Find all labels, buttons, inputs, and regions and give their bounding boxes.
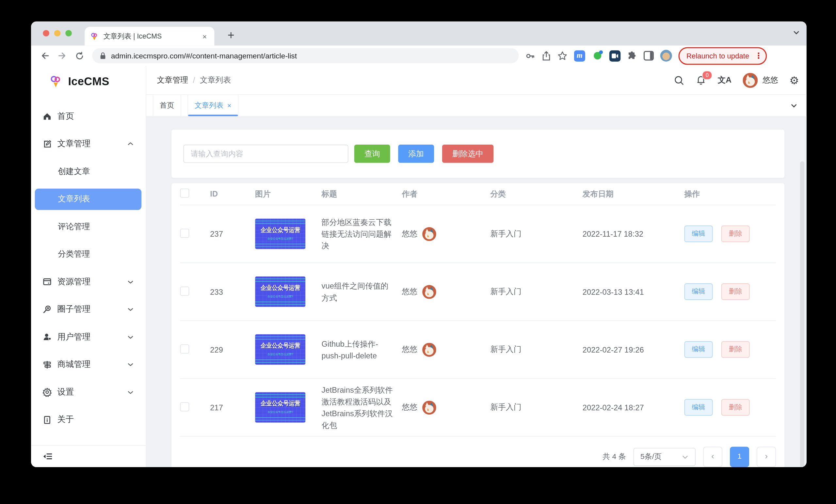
password-key-icon[interactable] bbox=[525, 51, 535, 61]
browser-tab[interactable]: 文章列表 | IceCMS × bbox=[84, 27, 214, 45]
side-panel-icon[interactable] bbox=[644, 51, 654, 61]
breadcrumb-last: 文章列表 bbox=[200, 75, 231, 85]
browser-profile-avatar[interactable] bbox=[660, 50, 672, 62]
cell-title[interactable]: Github上传操作-push-pull-delete bbox=[322, 338, 402, 361]
icecream-logo-icon bbox=[49, 74, 63, 89]
edit-button[interactable]: 编辑 bbox=[684, 283, 713, 300]
tag-home[interactable]: 首页 bbox=[153, 95, 181, 116]
extensions-puzzle-icon[interactable] bbox=[627, 51, 637, 61]
table-row: 237 企业公众号运营 企业公众号怎么运营? 部分地区蓝奏云下载链接无法访问问题… bbox=[180, 205, 776, 263]
prev-page-button[interactable]: ‹ bbox=[703, 447, 722, 467]
row-checkbox[interactable] bbox=[180, 229, 189, 238]
query-button[interactable]: 查询 bbox=[354, 144, 390, 163]
cell-title[interactable]: 部分地区蓝奏云下载链接无法访问问题解决 bbox=[322, 216, 402, 251]
resource-icon bbox=[42, 277, 52, 287]
sidebar-item-label: 资源管理 bbox=[57, 276, 127, 287]
search-icon[interactable] bbox=[674, 75, 684, 85]
cell-title[interactable]: vue组件之间传值的方式 bbox=[322, 280, 402, 303]
extension-medium-icon[interactable]: m bbox=[574, 50, 585, 61]
sidebar-item-label: 关于 bbox=[57, 414, 146, 425]
edit-button[interactable]: 编辑 bbox=[684, 226, 713, 242]
edit-button[interactable]: 编辑 bbox=[684, 341, 713, 358]
article-thumbnail[interactable]: 企业公众号运营 企业公众号怎么运营? bbox=[255, 334, 305, 365]
sidebar-item-comment-management[interactable]: 评论管理 bbox=[31, 215, 146, 238]
zoom-window-button[interactable] bbox=[65, 30, 72, 37]
bookmark-star-icon[interactable] bbox=[557, 51, 568, 61]
sidebar-item-article-management[interactable]: 文章管理 bbox=[31, 132, 146, 156]
chevron-down-icon bbox=[127, 306, 134, 313]
cell-category: 新手入门 bbox=[491, 402, 583, 412]
sidebar-item-mall-management[interactable]: 商城管理 bbox=[31, 353, 146, 376]
column-actions: 操作 bbox=[684, 189, 776, 199]
share-icon[interactable] bbox=[542, 51, 551, 61]
app-logo[interactable]: IceCMS bbox=[31, 66, 146, 97]
article-thumbnail[interactable]: 企业公众号运营 企业公众号怎么运营? bbox=[255, 219, 305, 249]
notification-bell-icon[interactable]: 0 bbox=[696, 74, 706, 85]
article-thumbnail[interactable]: 企业公众号运营 企业公众号怎么运营? bbox=[255, 276, 305, 307]
sidebar-item-article-list[interactable]: 文章列表 bbox=[35, 188, 142, 210]
relaunch-to-update-button[interactable]: Relaunch to update ⋮ bbox=[679, 47, 767, 65]
back-icon[interactable] bbox=[38, 49, 52, 63]
language-translate-icon[interactable]: 文A bbox=[718, 75, 732, 85]
delete-selected-button[interactable]: 删除选中 bbox=[442, 144, 494, 163]
row-checkbox[interactable] bbox=[180, 402, 189, 411]
tab-title: 文章列表 | IceCMS bbox=[103, 31, 201, 41]
settings-gear-icon[interactable]: ⚙ bbox=[789, 75, 799, 85]
breadcrumb-first[interactable]: 文章管理 bbox=[157, 75, 188, 85]
sidebar-item-category-management[interactable]: 分类管理 bbox=[31, 243, 146, 266]
sidebar-item-about[interactable]: 关于 bbox=[31, 408, 146, 431]
tab-search-chevron-icon[interactable] bbox=[793, 29, 800, 37]
edit-button[interactable]: 编辑 bbox=[684, 399, 713, 416]
tag-close-icon[interactable]: × bbox=[227, 101, 231, 110]
tag-article-list[interactable]: 文章列表 × bbox=[187, 95, 238, 116]
select-all-checkbox[interactable] bbox=[180, 189, 189, 198]
delete-button[interactable]: 删除 bbox=[721, 341, 750, 358]
row-checkbox[interactable] bbox=[180, 286, 189, 295]
delete-button[interactable]: 删除 bbox=[721, 283, 750, 300]
extension-camera-icon[interactable] bbox=[609, 50, 621, 61]
user-menu[interactable]: 悠悠 bbox=[743, 73, 778, 88]
sidebar-item-circle-management[interactable]: 圈子管理 bbox=[31, 298, 146, 321]
thumbnail-title: 企业公众号运营 bbox=[260, 343, 300, 349]
browser-menu-icon[interactable]: ⋮ bbox=[755, 51, 763, 61]
sidebar-item-settings[interactable]: 设置 bbox=[31, 380, 146, 404]
cell-author: 悠悠 bbox=[402, 344, 418, 354]
browser-url-bar: admin.icecmspro.com/#/content-management… bbox=[31, 45, 806, 65]
page-size-value: 5条/页 bbox=[640, 452, 662, 462]
circle-icon bbox=[42, 305, 52, 314]
page-size-select[interactable]: 5条/页 bbox=[633, 448, 696, 466]
page-1-button[interactable]: 1 bbox=[730, 447, 749, 467]
relaunch-label: Relaunch to update bbox=[686, 52, 749, 60]
thumbnail-title: 企业公众号运营 bbox=[260, 227, 300, 233]
article-thumbnail[interactable]: 企业公众号运营 企业公众号怎么运营? bbox=[255, 392, 305, 423]
delete-button[interactable]: 删除 bbox=[721, 226, 750, 242]
username: 悠悠 bbox=[762, 75, 778, 85]
search-input[interactable] bbox=[183, 144, 348, 163]
reload-icon[interactable] bbox=[73, 49, 87, 63]
forward-icon[interactable] bbox=[55, 49, 69, 63]
sidebar-item-create-article[interactable]: 创建文章 bbox=[31, 160, 146, 183]
tags-chevron-down-icon[interactable] bbox=[790, 101, 798, 110]
tab-close-icon[interactable]: × bbox=[200, 32, 209, 40]
scrollbar[interactable] bbox=[800, 161, 804, 467]
new-tab-button[interactable]: + bbox=[223, 27, 239, 43]
cell-date: 2022-03-13 13:41 bbox=[583, 287, 684, 296]
add-button[interactable]: 添加 bbox=[398, 144, 434, 163]
address-bar[interactable]: admin.icecmspro.com/#/content-management… bbox=[92, 48, 518, 63]
minimize-window-button[interactable] bbox=[54, 30, 61, 37]
row-checkbox[interactable] bbox=[180, 344, 189, 353]
delete-button[interactable]: 删除 bbox=[721, 399, 750, 416]
cell-category: 新手入门 bbox=[491, 344, 583, 354]
chevron-down-icon bbox=[127, 361, 134, 368]
close-window-button[interactable] bbox=[43, 30, 49, 37]
collapse-sidebar-icon[interactable] bbox=[42, 452, 53, 461]
sidebar-item-user-management[interactable]: 用户管理 bbox=[31, 325, 146, 349]
cell-author: 悠悠 bbox=[402, 402, 418, 412]
sidebar-item-resource-management[interactable]: 资源管理 bbox=[31, 270, 146, 293]
extension-evernote-icon[interactable] bbox=[592, 50, 603, 61]
sidebar-item-home[interactable]: 首页 bbox=[31, 104, 146, 128]
column-date: 发布日期 bbox=[583, 189, 684, 199]
next-page-button[interactable]: › bbox=[757, 447, 776, 467]
sidebar-item-label: 评论管理 bbox=[58, 221, 146, 232]
cell-title[interactable]: JetBrains全系列软件激活教程激活码以及JetBrains系列软件汉化包 bbox=[322, 384, 402, 431]
